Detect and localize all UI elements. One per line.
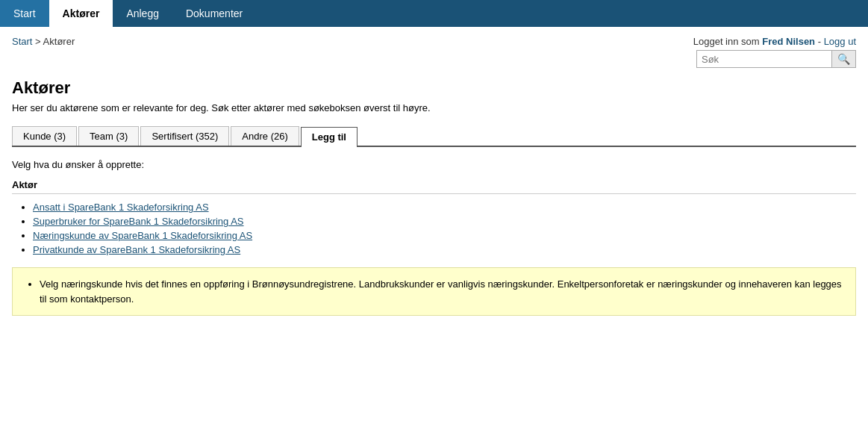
nav-aktorer[interactable]: Aktører bbox=[49, 0, 113, 27]
user-prefix: Logget inn som bbox=[693, 36, 763, 47]
user-name[interactable]: Fred Nilsen bbox=[762, 36, 815, 47]
search-input[interactable] bbox=[697, 52, 831, 67]
link-privatkunde[interactable]: Privatkunde av SpareBank 1 Skadeforsikri… bbox=[33, 244, 240, 255]
tabs-container: Kunde (3) Team (3) Sertifisert (352) And… bbox=[12, 125, 856, 147]
breadcrumb-start[interactable]: Start bbox=[12, 36, 32, 47]
top-navigation: Start Aktører Anlegg Dokumenter bbox=[0, 0, 868, 27]
tab-andre[interactable]: Andre (26) bbox=[231, 126, 299, 146]
link-superbruker[interactable]: Superbruker for SpareBank 1 Skadeforsikr… bbox=[33, 216, 244, 227]
search-bar: 🔍 bbox=[696, 50, 856, 68]
top-row: Start > Aktører Logget inn som Fred Nils… bbox=[12, 31, 856, 71]
tab-kunde[interactable]: Kunde (3) bbox=[12, 126, 77, 146]
section-heading: Aktør bbox=[12, 179, 856, 194]
list-item: Ansatt i SpareBank 1 Skadeforsikring AS bbox=[33, 202, 856, 213]
breadcrumb-current: Aktører bbox=[43, 36, 75, 47]
tab-sertifisert[interactable]: Sertifisert (352) bbox=[140, 126, 229, 146]
search-button[interactable]: 🔍 bbox=[831, 51, 855, 67]
nav-dokumenter[interactable]: Dokumenter bbox=[172, 0, 256, 27]
tab-legg-til[interactable]: Legg til bbox=[301, 127, 357, 147]
content-intro: Velg hva du ønsker å opprette: bbox=[12, 159, 856, 170]
nav-start[interactable]: Start bbox=[0, 0, 49, 27]
content-area: Velg hva du ønsker å opprette: Aktør Ans… bbox=[12, 159, 856, 316]
breadcrumb: Start > Aktører bbox=[12, 36, 75, 47]
user-area: Logget inn som Fred Nilsen - Logg ut 🔍 bbox=[693, 36, 856, 68]
list-item: Privatkunde av SpareBank 1 Skadeforsikri… bbox=[33, 244, 856, 255]
info-box: Velg næringskunde hvis det finnes en opp… bbox=[12, 267, 856, 316]
main-content: Start > Aktører Logget inn som Fred Nils… bbox=[0, 27, 868, 331]
list-item: Superbruker for SpareBank 1 Skadeforsikr… bbox=[33, 216, 856, 227]
page-title: Aktører bbox=[12, 78, 856, 98]
link-ansatt[interactable]: Ansatt i SpareBank 1 Skadeforsikring AS bbox=[33, 202, 209, 213]
user-separator: - bbox=[815, 36, 824, 47]
nav-anlegg[interactable]: Anlegg bbox=[113, 0, 172, 27]
user-info: Logget inn som Fred Nilsen - Logg ut bbox=[693, 36, 856, 47]
breadcrumb-separator: > bbox=[35, 36, 43, 47]
page-subtitle: Her ser du aktørene som er relevante for… bbox=[12, 102, 856, 113]
list-item: Næringskunde av SpareBank 1 Skadeforsikr… bbox=[33, 230, 856, 241]
info-box-text: Velg næringskunde hvis det finnes en opp… bbox=[40, 277, 843, 306]
logout-link[interactable]: Logg ut bbox=[824, 36, 856, 47]
tab-team[interactable]: Team (3) bbox=[78, 126, 139, 146]
link-naringskunde[interactable]: Næringskunde av SpareBank 1 Skadeforsikr… bbox=[33, 230, 252, 241]
actor-links-list: Ansatt i SpareBank 1 Skadeforsikring AS … bbox=[12, 202, 856, 255]
